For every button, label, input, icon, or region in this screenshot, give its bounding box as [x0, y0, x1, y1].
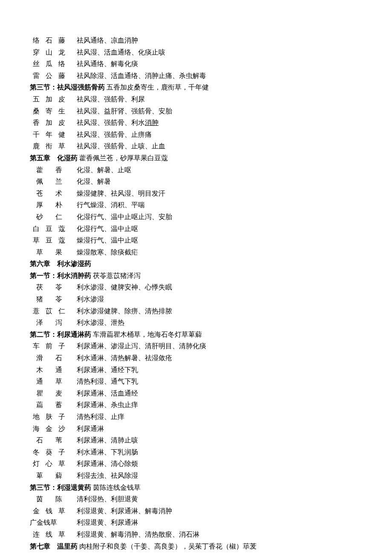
herb-name: 滑石 — [30, 353, 68, 364]
herb-name: 五加皮 — [30, 94, 68, 105]
herb-name: 灯心草 — [30, 458, 68, 469]
herb-row: 地肤子清热利湿、止痒 — [30, 411, 362, 422]
herb-name: 千年健 — [30, 129, 68, 140]
herb-row: 香加皮祛风湿、强筋骨、利水消肿 — [30, 117, 362, 128]
herb-description: 祛风湿、益肝肾、强筋骨、安胎 — [68, 106, 172, 117]
heading-title: 第六章 利水渗湿药 — [30, 260, 91, 267]
section-heading: 第三节：利湿退黄药 茵陈连线金钱草 — [30, 482, 362, 493]
herb-row: 车前子利尿通淋、渗湿止泻、清肝明目、清肺化痰 — [30, 341, 362, 352]
herb-description: 利尿通淋、渗湿止泻、清肝明目、清肺化痰 — [68, 341, 206, 352]
herb-description: 利尿通淋、清心除烦 — [68, 458, 138, 469]
herb-description: 化湿行气、温中止呕止泻、安胎 — [68, 211, 172, 223]
herb-row: 通草清热利湿、通气下乳 — [30, 376, 362, 387]
herb-name: 薏苡仁 — [30, 306, 68, 317]
herb-description: 清热利湿、通气下乳 — [68, 376, 138, 387]
herb-row: 连线草利湿退黄、解毒消肿、清热散瘀、消石淋 — [30, 529, 362, 540]
herb-row: 穿山龙祛风湿、活血通络、化痰止咳 — [30, 47, 362, 58]
herb-name: 连线草 — [30, 529, 68, 540]
content-body: 络石藤祛风通络、凉血消肿穿山龙祛风湿、活血通络、化痰止咳丝瓜络祛风通络、解毒化痰… — [30, 35, 362, 552]
herb-description: 利湿退黄、解毒消肿、清热散瘀、消石淋 — [68, 529, 199, 540]
heading-note: 五香加皮桑寄生，鹿衔草，千年健 — [105, 84, 209, 91]
document-page: 络石藤祛风通络、凉血消肿穿山龙祛风湿、活血通络、化痰止咳丝瓜络祛风通络、解毒化痰… — [0, 0, 392, 555]
section-heading: 第三节：祛风湿强筋骨药 五香加皮桑寄生，鹿衔草，千年健 — [30, 82, 362, 93]
herb-description: 利尿通淋、清肺止咳 — [68, 435, 138, 446]
herb-row: 广金钱草利湿退黄、利尿通淋 — [30, 517, 362, 528]
herb-name: 泽泻 — [30, 317, 68, 328]
herb-name: 厚朴 — [30, 199, 68, 211]
herb-name: 广金钱草 — [30, 517, 68, 528]
herb-description: 祛风湿、强筋骨、止痹痛 — [68, 129, 152, 140]
herb-row: 藿香化湿、解暑、止呕 — [30, 165, 362, 176]
herb-description: 祛风通络、解毒化痰 — [68, 58, 138, 69]
section-heading: 第五章 化湿药 藿香佩兰苍，砂厚草果白豆蔻 — [30, 153, 362, 164]
herb-name: 鹿衔草 — [30, 141, 68, 152]
herb-description: 利尿通淋、通经下乳 — [68, 364, 138, 376]
herb-name: 猪苓 — [30, 294, 68, 305]
herb-description: 利湿退黄、利尿通淋、解毒消肿 — [68, 506, 172, 517]
herb-name: 草果 — [30, 247, 68, 258]
heading-note: 藿香佩兰苍，砂厚草果白豆蔻 — [78, 154, 168, 162]
herb-name: 通草 — [30, 376, 68, 387]
herb-description: 化湿行气、温中止呕 — [68, 223, 138, 234]
herb-name: 络石藤 — [30, 35, 68, 46]
herb-row: 猪苓利水渗湿 — [30, 294, 362, 305]
heading-note: 车滑萹瞿木桶草，地海石冬灯草萆薢 — [91, 331, 202, 338]
herb-description: 利水渗湿、健脾安神、心悸失眠 — [68, 282, 172, 293]
herb-name: 桑寄生 — [30, 106, 68, 117]
heading-title: 第三节：利湿退黄药 — [30, 484, 91, 491]
herb-description: 化湿、解暑、止呕 — [68, 165, 131, 176]
herb-row: 冬葵子利水通淋、下乳润肠 — [30, 447, 362, 458]
herb-description: 祛风湿、活血通络、化痰止咳 — [68, 47, 165, 58]
herb-description: 清热利湿、止痒 — [68, 411, 124, 422]
herb-description: 化湿、解暑 — [68, 176, 111, 187]
herb-name: 木通 — [30, 364, 68, 376]
herb-name: 萹蓄 — [30, 399, 68, 410]
herb-row: 金钱草利湿退黄、利尿通淋、解毒消肿 — [30, 506, 362, 517]
herb-row: 佩兰化湿、解暑 — [30, 176, 362, 187]
herb-row: 五加皮祛风湿、强筋骨、利尿 — [30, 94, 362, 105]
herb-row: 丝瓜络祛风通络、解毒化痰 — [30, 58, 362, 69]
herb-row: 草豆蔻燥湿行气、温中止呕 — [30, 235, 362, 246]
herb-description: 祛风除湿、活血通络、消肿止痛、杀虫解毒 — [68, 70, 206, 81]
herb-row: 桑寄生祛风湿、益肝肾、强筋骨、安胎 — [30, 106, 362, 117]
heading-title: 第五章 化湿药 — [30, 154, 78, 162]
herb-name: 藿香 — [30, 165, 68, 176]
herb-row: 茯苓利水渗湿、健脾安神、心悸失眠 — [30, 282, 362, 293]
herb-name: 车前子 — [30, 341, 68, 352]
heading-title: 第三节：祛风湿强筋骨药 — [30, 84, 105, 91]
herb-row: 滑石利水通淋、清热解暑、祛湿敛疮 — [30, 353, 362, 364]
herb-description: 利水渗湿健脾、除痹、清热排脓 — [68, 306, 172, 317]
herb-name: 雷公藤 — [30, 70, 68, 81]
herb-description: 祛风湿、强筋骨、利尿 — [68, 94, 145, 105]
heading-note: 茵陈连线金钱草 — [91, 484, 141, 491]
herb-row: 海金沙利尿通淋 — [30, 423, 362, 434]
herb-description: 利湿退黄、利尿通淋 — [68, 517, 138, 528]
herb-description: 祛风湿、强筋骨、利水消肿 — [68, 117, 159, 128]
herb-description: 燥湿行气、温中止呕 — [68, 235, 138, 246]
herb-description: 祛风湿、强筋骨、止咳、止血 — [68, 141, 165, 152]
heading-title: 第七章 温里药 — [30, 543, 78, 550]
herb-row: 雷公藤祛风除湿、活血通络、消肿止痛、杀虫解毒 — [30, 70, 362, 81]
herb-name: 白豆蔻 — [30, 223, 68, 234]
underlined-text: 消肿 — [145, 119, 159, 126]
herb-row: 鹿衔草祛风湿、强筋骨、止咳、止血 — [30, 141, 362, 152]
herb-name: 砂仁 — [30, 211, 68, 223]
herb-name: 草豆蔻 — [30, 235, 68, 246]
herb-description: 行气燥湿、消积、平喘 — [68, 199, 145, 211]
herb-row: 苍术燥湿健脾、祛风湿、明目发汗 — [30, 188, 362, 199]
herb-description: 利水通淋、下乳润肠 — [68, 447, 138, 458]
herb-name: 金钱草 — [30, 506, 68, 517]
herb-row: 茵陈清利湿热、利胆退黄 — [30, 494, 362, 505]
section-heading: 第七章 温里药 肉桂附子和良姜（干姜、高良姜），吴茱丁香花（椒）荜茇 — [30, 541, 362, 552]
herb-description: 燥湿健脾、祛风湿、明目发汗 — [68, 188, 165, 199]
section-heading: 第一节：利水消肿药 茯苓薏苡猪泽泻 — [30, 270, 362, 281]
herb-row: 砂仁化湿行气、温中止呕止泻、安胎 — [30, 211, 362, 223]
herb-description: 祛风通络、凉血消肿 — [68, 35, 138, 46]
heading-title: 第一节：利水消肿药 — [30, 272, 91, 279]
herb-name: 丝瓜络 — [30, 58, 68, 69]
herb-row: 薏苡仁利水渗湿健脾、除痹、清热排脓 — [30, 306, 362, 317]
herb-row: 泽泻利水渗湿、泄热 — [30, 317, 362, 328]
herb-row: 木通利尿通淋、通经下乳 — [30, 364, 362, 376]
heading-title: 第二节：利尿通淋药 — [30, 331, 91, 338]
heading-note: 肉桂附子和良姜（干姜、高良姜），吴茱丁香花（椒）荜茇 — [78, 543, 257, 550]
